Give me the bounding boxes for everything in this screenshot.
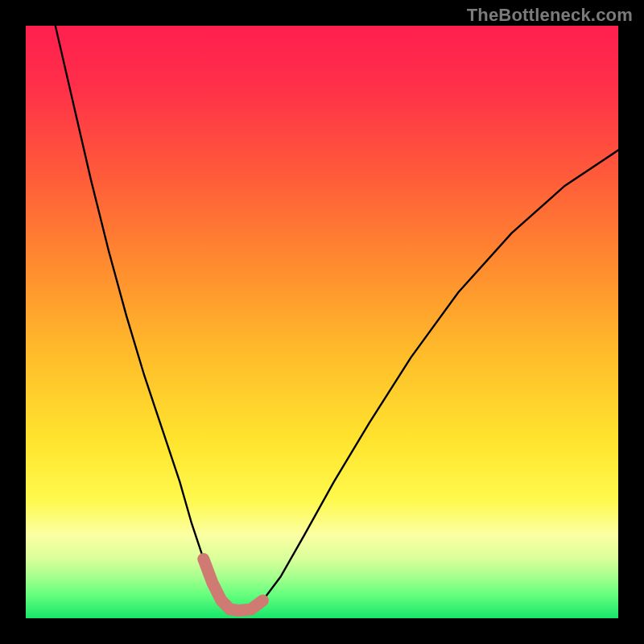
bottleneck-curve bbox=[26, 26, 618, 618]
plot-area bbox=[26, 26, 618, 618]
watermark-text: TheBottleneck.com bbox=[467, 5, 633, 26]
chart-frame: TheBottleneck.com bbox=[0, 0, 644, 644]
